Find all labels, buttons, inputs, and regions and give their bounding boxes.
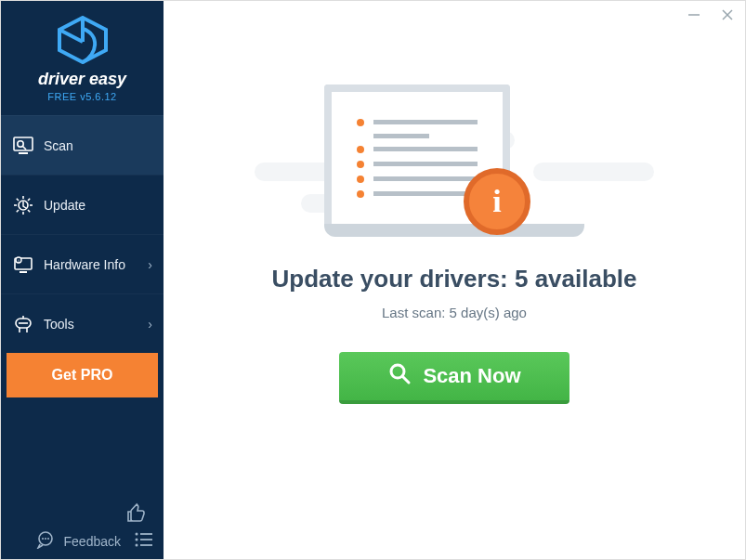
minimize-button[interactable] bbox=[682, 5, 706, 25]
svg-point-29 bbox=[136, 532, 138, 535]
feedback-button[interactable]: Feedback bbox=[36, 530, 121, 552]
app-name: driver easy bbox=[1, 70, 164, 89]
search-icon bbox=[387, 361, 412, 391]
feedback-label: Feedback bbox=[64, 534, 121, 549]
scan-now-label: Scan Now bbox=[423, 364, 520, 388]
app-logo-icon bbox=[56, 16, 110, 68]
sidebar-nav: Scan Update i Hardware Info › Tools › Ge… bbox=[1, 115, 164, 403]
thumbs-up-icon[interactable] bbox=[124, 502, 147, 528]
svg-point-26 bbox=[42, 538, 44, 540]
chevron-right-icon: › bbox=[148, 257, 152, 272]
info-badge-icon: i bbox=[464, 168, 530, 235]
svg-point-33 bbox=[136, 543, 138, 546]
sidebar-item-update[interactable]: Update bbox=[1, 175, 164, 234]
scan-monitor-icon bbox=[12, 135, 34, 157]
svg-line-12 bbox=[17, 198, 19, 200]
last-scan-text: Last scan: 5 day(s) ago bbox=[382, 305, 527, 320]
svg-line-13 bbox=[28, 210, 30, 212]
feedback-icon bbox=[36, 530, 55, 552]
info-badge-letter: i bbox=[492, 184, 501, 219]
svg-line-6 bbox=[23, 146, 27, 150]
sidebar-footer: Feedback bbox=[1, 491, 164, 559]
tools-icon bbox=[12, 313, 34, 335]
app-version: FREE v5.6.12 bbox=[1, 91, 164, 102]
close-button[interactable] bbox=[715, 5, 739, 25]
svg-point-5 bbox=[18, 140, 23, 146]
main-panel: i Update your drivers: 5 available Last … bbox=[164, 1, 745, 559]
hardware-info-icon: i bbox=[12, 254, 34, 276]
window-controls bbox=[682, 5, 739, 25]
svg-rect-4 bbox=[19, 152, 28, 154]
sidebar-item-hardware-info[interactable]: i Hardware Info › bbox=[1, 234, 164, 293]
app-logo-area: driver easy FREE v5.6.12 bbox=[1, 1, 164, 110]
sidebar-item-label: Scan bbox=[44, 138, 73, 153]
scan-now-button[interactable]: Scan Now bbox=[339, 352, 569, 404]
update-gear-icon bbox=[12, 194, 34, 216]
chevron-right-icon: › bbox=[148, 317, 152, 332]
main-headline: Update your drivers: 5 available bbox=[271, 265, 636, 293]
svg-point-27 bbox=[45, 538, 46, 540]
laptop-illustration: i bbox=[324, 85, 584, 237]
sidebar-item-label: Tools bbox=[44, 317, 74, 332]
svg-line-2 bbox=[59, 30, 83, 42]
svg-line-14 bbox=[17, 210, 19, 212]
svg-line-39 bbox=[402, 376, 409, 383]
svg-rect-17 bbox=[20, 271, 27, 273]
sidebar-item-label: Hardware Info bbox=[44, 257, 125, 272]
sidebar-item-tools[interactable]: Tools › bbox=[1, 293, 164, 353]
svg-point-28 bbox=[47, 538, 49, 540]
sidebar-item-label: Update bbox=[44, 198, 85, 213]
svg-point-31 bbox=[136, 538, 138, 540]
sidebar: driver easy FREE v5.6.12 Scan Update i H… bbox=[1, 1, 164, 559]
list-icon[interactable] bbox=[134, 531, 154, 552]
get-pro-label: Get PRO bbox=[52, 367, 113, 384]
svg-text:i: i bbox=[18, 257, 19, 263]
get-pro-button[interactable]: Get PRO bbox=[7, 353, 158, 397]
svg-line-15 bbox=[28, 198, 30, 200]
sidebar-item-scan[interactable]: Scan bbox=[1, 115, 164, 175]
